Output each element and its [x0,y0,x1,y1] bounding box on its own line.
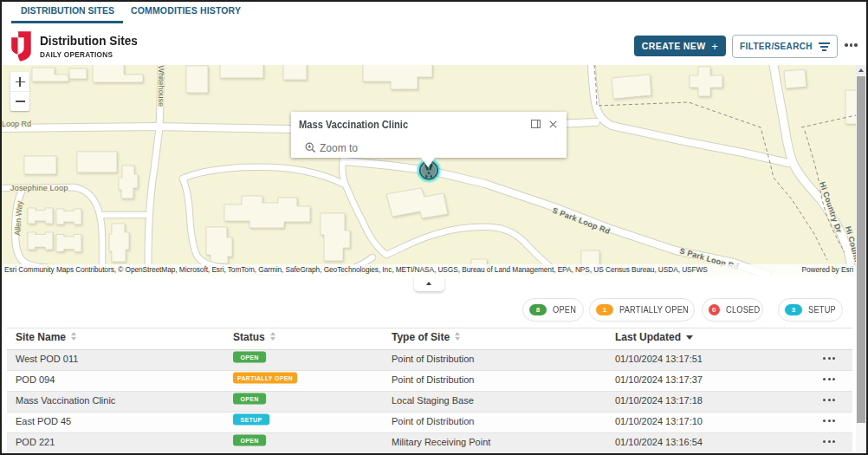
svg-text:Josephine Loop: Josephine Loop [10,184,68,192]
svg-text:Whitehouse: Whitehouse [157,66,165,107]
svg-text:Loop Rd: Loop Rd [2,120,31,128]
